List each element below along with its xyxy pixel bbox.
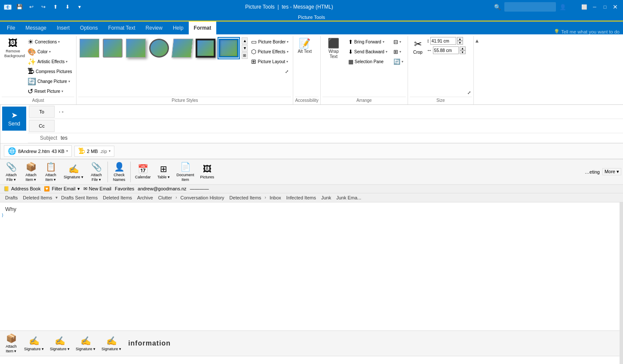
nav-conversation[interactable]: Conversation History (179, 194, 226, 201)
down-qat-btn[interactable]: ⬇ (63, 2, 72, 12)
nav-drafts[interactable]: Drafts (3, 194, 19, 201)
s-sig4-btn[interactable]: ✍ Signature ▾ (99, 334, 124, 353)
undo-qat-btn[interactable]: ↩ (27, 2, 36, 12)
maximize-btn[interactable]: □ (601, 3, 609, 11)
nav-detected[interactable]: Detected Items (228, 194, 263, 201)
selection-pane-btn[interactable]: ▦ Selection Pane (346, 57, 390, 66)
rotate-btn[interactable]: 🔄 ▾ (391, 57, 406, 66)
artistic-effects-btn[interactable]: ✨ Artistic Effects ▾ (25, 57, 74, 66)
email-body[interactable]: Why (0, 202, 623, 216)
to-input[interactable] (55, 107, 623, 116)
insert-signature-btn[interactable]: ✍ Signature ▾ (61, 162, 86, 181)
style-thumb-4[interactable] (148, 37, 170, 59)
crop-btn[interactable]: ✂ Crop (410, 37, 426, 56)
filter-email-btn[interactable]: 🔽 Filter Email ▾ (44, 186, 80, 192)
tab-file[interactable]: File (2, 21, 20, 34)
insert-attach-item2-btn[interactable]: 📋 AttachItem ▾ (41, 160, 60, 184)
height-up-btn[interactable]: ▲ (457, 37, 463, 41)
nav-deleted[interactable]: Deleted Items (21, 194, 54, 201)
ribbon-collapse-btn[interactable]: ▲ (474, 36, 481, 104)
tell-me[interactable]: 💡 Tell me what you want to do (550, 29, 623, 34)
redo-qat-btn[interactable]: ↪ (39, 2, 48, 12)
style-thumb-1[interactable] (78, 37, 101, 59)
nav-clutter[interactable]: Clutter (157, 194, 174, 201)
style-thumb-7[interactable] (218, 37, 240, 59)
width-up-btn[interactable]: ▲ (460, 46, 466, 50)
nav-junk-email[interactable]: Junk Ema... (335, 194, 363, 201)
cc-button[interactable]: Cc (29, 120, 55, 132)
save-qat-btn[interactable]: 💾 (15, 2, 24, 12)
bring-forward-btn[interactable]: ⬆ Bring Forward ▾ (346, 37, 390, 46)
address-book-btn[interactable]: 📒 Address Book (3, 186, 40, 192)
size-label: Size (410, 97, 472, 104)
qat-more-btn[interactable]: ▾ (75, 2, 84, 12)
scrollbar[interactable] (620, 202, 623, 364)
up-qat-btn[interactable]: ⬆ (51, 2, 60, 12)
reset-picture-btn[interactable]: ↺ Reset Picture ▾ (25, 86, 74, 96)
picture-effects-btn[interactable]: ⬡ Picture Effects ▾ (249, 47, 291, 56)
change-picture-btn[interactable]: 🔄 Change Picture ▾ (25, 76, 74, 86)
attachment-1[interactable]: 🌐 8Andrew 2.htm 43 KB ▾ (4, 145, 72, 157)
size-launcher-btn[interactable]: ⤢ (466, 89, 472, 96)
alt-text-btn[interactable]: 📝 Alt Text (295, 37, 314, 56)
more-dropdown-btn[interactable]: More ▾ (602, 168, 621, 175)
send-btn[interactable]: ➤ Send (2, 107, 26, 131)
remove-background-btn[interactable]: 🖼 Remove Background (2, 37, 24, 60)
send-backward-btn[interactable]: ⬇ Send Backward ▾ (346, 47, 390, 56)
s-sig2-btn[interactable]: ✍ Signature ▾ (47, 334, 72, 353)
insert-calendar-btn[interactable]: 📅 Calendar (132, 162, 153, 181)
gallery-more-btn[interactable]: ⊞ (242, 52, 248, 59)
cc-input[interactable] (55, 121, 623, 131)
picture-border-btn[interactable]: ▭ Picture Border ▾ (249, 37, 291, 46)
nav-deleted2[interactable]: Deleted Items (101, 194, 134, 201)
style-thumb-6[interactable] (194, 37, 217, 59)
restore-view-btn[interactable]: ⬜ (580, 3, 589, 11)
width-down-btn[interactable]: ▼ (460, 50, 466, 54)
attachment-2[interactable]: 🗜 2 MB .zip ▾ (74, 146, 114, 157)
tab-help[interactable]: Help (168, 21, 189, 34)
to-button[interactable]: To (29, 106, 55, 118)
nav-inbox[interactable]: Inbox (268, 194, 283, 201)
nav-drafts-sent[interactable]: Drafts Sent Items (59, 194, 99, 201)
picture-styles-launcher[interactable]: ⤢ (249, 67, 291, 76)
insert-document-item-btn[interactable]: 📄 DocumentItem (174, 160, 197, 184)
style-thumb-3[interactable] (125, 37, 147, 59)
tab-insert[interactable]: Insert (52, 21, 75, 34)
nav-infected[interactable]: Infected Items (285, 194, 318, 201)
wrap-text-btn[interactable]: ⬛ Wrap Text (322, 37, 345, 61)
more-btn[interactable]: …eting (585, 169, 600, 174)
style-thumb-2[interactable] (101, 37, 124, 59)
s-attach-item-btn[interactable]: 📦 AttachItem ▾ (2, 332, 21, 355)
nav-junk[interactable]: Junk (319, 194, 333, 201)
s-sig3-btn[interactable]: ✍ Signature ▾ (73, 334, 98, 353)
width-input[interactable] (433, 46, 459, 54)
minimize-btn[interactable]: ─ (590, 3, 599, 11)
tab-options[interactable]: Options (75, 21, 103, 34)
signature-icon: ✍ (68, 164, 79, 174)
close-btn[interactable]: ✕ (611, 3, 620, 11)
nav-archive[interactable]: Archive (135, 194, 155, 201)
tab-review[interactable]: Review (141, 21, 168, 34)
insert-check-names-btn[interactable]: 👤 CheckNames (110, 160, 129, 184)
compress-pictures-btn[interactable]: 🗜 Compress Pictures (25, 67, 74, 76)
insert-attach-item-btn[interactable]: 📦 AttachItem ▾ (21, 160, 40, 184)
style-thumb-5[interactable] (171, 37, 193, 59)
align-btn[interactable]: ⊟ ▾ (391, 37, 406, 46)
tab-message[interactable]: Message (20, 21, 52, 34)
height-down-btn[interactable]: ▼ (457, 41, 463, 45)
tab-format[interactable]: Format (189, 21, 217, 34)
new-email-nav-btn[interactable]: ✉ New Email (83, 186, 112, 192)
insert-attach-file-btn[interactable]: 📎 AttachFile ▾ (2, 160, 21, 184)
s-sig1-btn[interactable]: ✍ Signature ▾ (21, 334, 46, 353)
color-btn[interactable]: 🎨 Color ▾ (25, 47, 74, 56)
insert-table-btn[interactable]: ⊞ Table ▾ (154, 162, 173, 181)
gallery-down-btn[interactable]: ▼ (242, 45, 248, 52)
gallery-up-btn[interactable]: ▲ (242, 37, 248, 44)
group-btn[interactable]: ⊞ ▾ (391, 47, 406, 56)
insert-pictures-btn[interactable]: 🖼 Pictures (198, 163, 217, 181)
corrections-btn[interactable]: ☀ Corrections ▾ (25, 37, 74, 46)
picture-layout-btn[interactable]: ⊞ Picture Layout ▾ (249, 57, 291, 66)
tab-format-text[interactable]: Format Text (103, 21, 140, 34)
insert-attach-file2-btn[interactable]: 📎 AttachFile ▾ (87, 160, 106, 184)
height-input[interactable] (430, 37, 456, 45)
